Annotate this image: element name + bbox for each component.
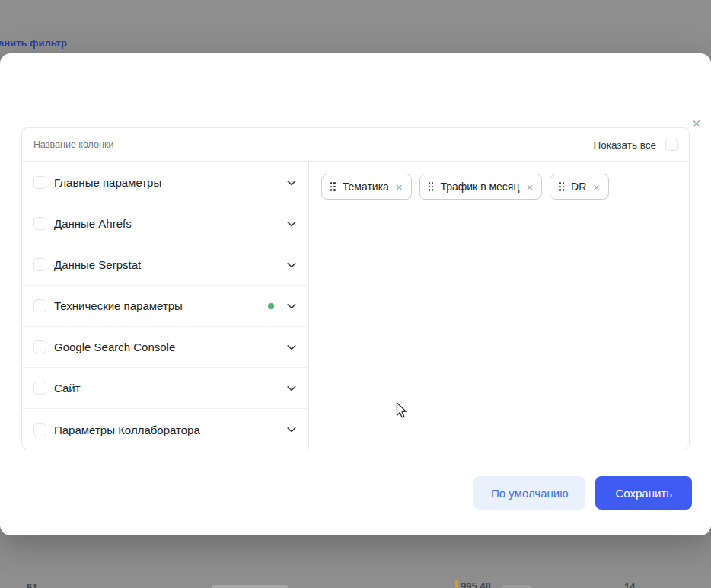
table-settings-modal: × Настройки таблицы Название колонки Пок… bbox=[0, 53, 711, 535]
group-checkbox[interactable] bbox=[33, 423, 46, 436]
group-label: Технические параметры bbox=[54, 299, 183, 312]
chip-remove-icon[interactable]: × bbox=[396, 181, 403, 193]
group-label: Данные Ahrefs bbox=[54, 217, 132, 230]
show-all-checkbox[interactable] bbox=[665, 139, 678, 151]
group-checkbox[interactable] bbox=[33, 258, 46, 271]
panel-header: Название колонки Показать все bbox=[22, 128, 689, 162]
chip-remove-icon[interactable]: × bbox=[593, 181, 600, 193]
chevron-down-icon[interactable] bbox=[285, 341, 298, 353]
show-all-label: Показать все bbox=[594, 139, 656, 151]
chip-label: DR bbox=[571, 181, 586, 193]
background-table-cell-sub bbox=[502, 585, 531, 588]
column-group-row[interactable]: Google Search Console bbox=[22, 327, 308, 368]
columns-panel: Название колонки Показать все Главные па… bbox=[21, 127, 690, 449]
group-checkbox[interactable] bbox=[33, 299, 46, 312]
chevron-down-icon[interactable] bbox=[285, 300, 298, 312]
chevron-down-icon[interactable] bbox=[285, 423, 298, 436]
selected-column-chip[interactable]: Тематика × bbox=[321, 174, 412, 200]
default-button[interactable]: По умолчанию bbox=[473, 476, 585, 510]
close-icon[interactable]: × bbox=[687, 113, 706, 133]
group-checkbox[interactable] bbox=[33, 217, 46, 230]
selected-column-chip[interactable]: Трафик в месяц × bbox=[419, 174, 543, 200]
drag-handle-icon[interactable] bbox=[429, 182, 434, 190]
column-groups-list: Главные параметры Данные Ahrefs Данные S… bbox=[22, 162, 309, 449]
column-group-row[interactable]: Сайт bbox=[22, 368, 308, 409]
chip-label: Трафик в месяц bbox=[440, 181, 519, 193]
background-table-cell-value: 995.48 bbox=[461, 580, 491, 588]
selected-column-chip[interactable]: DR × bbox=[550, 174, 609, 200]
chevron-down-icon[interactable] bbox=[285, 259, 298, 271]
group-checkbox[interactable] bbox=[33, 382, 46, 395]
background-save-filter-link: анить фильтр bbox=[0, 37, 67, 49]
group-label: Главные параметры bbox=[54, 176, 161, 189]
selected-columns-area: Тематика × Трафик в месяц × DR × bbox=[309, 162, 689, 449]
chevron-down-icon[interactable] bbox=[285, 177, 298, 189]
column-group-row[interactable]: Технические параметры bbox=[22, 286, 308, 327]
column-name-header: Название колонки bbox=[33, 139, 113, 150]
column-group-row[interactable]: Главные параметры bbox=[22, 162, 308, 203]
group-checkbox[interactable] bbox=[33, 340, 46, 353]
group-label: Google Search Console bbox=[54, 340, 175, 353]
green-dot-indicator bbox=[268, 303, 274, 309]
background-table-badge bbox=[212, 585, 288, 588]
group-label: Сайт bbox=[54, 382, 81, 395]
drag-handle-icon[interactable] bbox=[559, 182, 564, 190]
background-table-cell-right: 14 bbox=[624, 581, 635, 588]
column-group-row[interactable]: Параметры Коллаборатора bbox=[22, 409, 308, 449]
orange-tick-icon bbox=[455, 580, 458, 588]
group-label: Параметры Коллаборатора bbox=[54, 423, 200, 436]
column-group-row[interactable]: Данные Serpstat bbox=[22, 244, 308, 286]
modal-footer: По умолчанию Сохранить bbox=[473, 476, 692, 510]
save-button[interactable]: Сохранить bbox=[595, 476, 692, 510]
chip-remove-icon[interactable]: × bbox=[526, 181, 533, 193]
chevron-down-icon[interactable] bbox=[285, 382, 298, 395]
drag-handle-icon[interactable] bbox=[330, 182, 336, 190]
background-table-cell-left: 51 bbox=[27, 582, 37, 588]
group-label: Данные Serpstat bbox=[54, 258, 141, 271]
chevron-down-icon[interactable] bbox=[285, 218, 298, 230]
group-checkbox[interactable] bbox=[33, 176, 46, 189]
chip-label: Тематика bbox=[343, 181, 389, 193]
column-group-row[interactable]: Данные Ahrefs bbox=[22, 203, 308, 244]
